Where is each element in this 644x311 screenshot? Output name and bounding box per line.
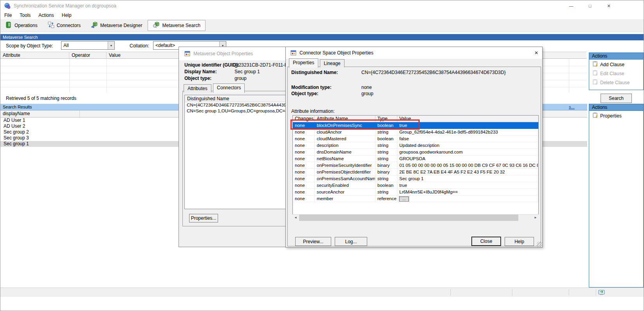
action-item[interactable]: Edit Clause <box>589 69 643 78</box>
attribute-table-hscrollbar[interactable]: ◄ ► <box>292 214 539 221</box>
clause-col-attribute[interactable]: Attribute <box>0 52 69 58</box>
menu-item[interactable]: File <box>0 12 16 19</box>
cs-dialog-title: Connector Space Object Properties <box>299 50 373 56</box>
action-item[interactable]: Delete Clause <box>589 78 643 87</box>
menu-item[interactable]: Actions <box>34 12 58 19</box>
attr-value-cell: ...… <box>397 195 538 202</box>
menu-item[interactable]: Help <box>58 12 76 19</box>
attribute-table-row[interactable]: none member reference ...… <box>293 195 538 202</box>
distinguished-name-column-header[interactable]: Distinguished Name <box>185 95 292 102</box>
attr-name-cell: dnsDomainName <box>315 149 375 156</box>
attr-value-cell: groupsoa.goodworkaround.com… <box>397 149 538 156</box>
clipboard-icon <box>592 61 598 68</box>
log-button[interactable]: Log... <box>335 237 367 246</box>
attribute-table: Changes Attribute Name Type Value none b… <box>292 115 539 221</box>
form-icon <box>184 51 191 58</box>
scrollbar-thumb[interactable] <box>299 215 518 221</box>
attr-changes-cell: none <box>293 156 315 162</box>
help-button[interactable]: Help <box>505 237 534 246</box>
action-item[interactable]: Add Clause <box>589 60 643 69</box>
member-ellipsis-button[interactable]: … <box>399 197 409 202</box>
attr-changes-cell: none <box>293 162 315 169</box>
attr-name-cell: cloudAnchor <box>315 129 375 136</box>
action-item-label: Add Clause <box>600 62 624 67</box>
attr-name-cell: onPremiseSecurityIdentifier <box>315 162 375 169</box>
attribute-table-row[interactable]: none onPremiseSecurityIdentifier binary … <box>293 162 538 169</box>
action-item[interactable]: Properties <box>589 111 643 120</box>
distinguished-name-row[interactable]: CN=Sec group 1,OU=Groups,DC=groupsoa,DC=… <box>185 108 292 114</box>
toolbar-metaverse-search-button[interactable]: Metaverse Search <box>148 20 205 31</box>
cs-dialog-tabs: Properties Lineage <box>289 58 345 68</box>
toolbar-metaverse-designer-label: Metaverse Designer <box>100 23 142 28</box>
attr-value-cell: 2E BE 8C E2 7A EB E4 4F A5 F2 E2 43 F5 F… <box>397 169 538 175</box>
status-separator <box>451 289 451 296</box>
preview-button[interactable]: Preview... <box>295 237 331 246</box>
toolbar-connectors-button[interactable]: Connectors <box>43 20 85 31</box>
distinguished-name-row[interactable]: CN={4C72364D346E727235452B6C38754A443966… <box>185 102 292 108</box>
cs-objecttype-value: group <box>361 91 440 96</box>
toolbar-metaverse-designer-button[interactable]: Metaverse Designer <box>86 20 147 31</box>
connectors-icon <box>48 22 54 29</box>
cs-dn-label: Distinguished Name: <box>291 70 338 75</box>
attribute-table-row[interactable]: none netBiosName string GROUPSOA… <box>293 156 538 162</box>
scroll-right-icon[interactable]: ► <box>532 215 539 221</box>
attr-value-cell: Updated description… <box>397 142 538 149</box>
attr-type-cell: boolean <box>375 136 397 142</box>
maximize-button[interactable]: □ <box>581 0 599 11</box>
attribute-table-row[interactable]: none onPremisesSamAccountName string Sec… <box>293 175 538 182</box>
mv-properties-button[interactable]: Properties... <box>189 214 218 222</box>
mv-displayname-label: Display Name: <box>184 69 217 74</box>
attribute-table-row[interactable]: none onPremisesObjectIdentifier binary 2… <box>293 169 538 175</box>
attr-name-cell: cloudMastered <box>315 136 375 142</box>
retrieved-status-text: Retrieved 5 of 5 matching records <box>6 96 76 101</box>
toolbar-metaverse-search-label: Metaverse Search <box>162 23 200 28</box>
action-item-label: Delete Clause <box>600 80 630 85</box>
mv-dialog-titlebar: Metaverse Object Properties <box>179 47 292 60</box>
results-col-displayname[interactable]: displayName <box>0 110 80 117</box>
clause-col-operator[interactable]: Operator <box>69 52 106 58</box>
attr-value-cell: true… <box>397 182 538 189</box>
tab-lineage[interactable]: Lineage <box>320 59 345 67</box>
cs-dn-value: CN={4C72364D346E727235452B6C38754A443966… <box>361 70 536 75</box>
search-button[interactable]: Search <box>601 94 632 103</box>
close-button[interactable]: ✕ <box>600 0 618 11</box>
attribute-table-row[interactable]: none cloudAnchor string Group_62f954e4-4… <box>293 129 538 136</box>
attr-value-cell: Group_62f954e4-4da2-461e-9df5-d8991842b2… <box>397 129 538 136</box>
attr-changes-cell: none <box>293 189 315 195</box>
clipboard-icon <box>592 79 598 86</box>
attr-name-cell: member <box>315 195 375 202</box>
attr-name-cell: netBiosName <box>315 156 375 162</box>
close-dialog-button[interactable]: Close <box>471 237 501 246</box>
resize-grip[interactable] <box>537 242 542 247</box>
tab-connectors[interactable]: Connectors <box>213 83 245 93</box>
actions-panel-bottom-title: Actions <box>589 104 643 111</box>
chevron-down-icon[interactable]: ▼ <box>108 42 114 49</box>
truncated-link[interactable]: s... <box>569 105 575 109</box>
mv-objecttype-label: Object type: <box>184 76 211 81</box>
toolbar: Operations Connectors Metaverse Designer… <box>0 19 644 32</box>
menu-bar: File Tools Actions Help <box>0 11 644 19</box>
scope-dropdown-value: All <box>61 43 108 48</box>
tab-properties[interactable]: Properties <box>289 58 318 68</box>
actions-panel-bottom: Actions Properties <box>589 104 644 287</box>
attr-type-cell: string <box>375 129 397 136</box>
tab-attributes[interactable]: Attributes <box>184 84 211 92</box>
status-separator <box>512 289 512 296</box>
attribute-table-body: none blockOnPremisesSync boolean true… n… <box>293 122 538 202</box>
attribute-table-row[interactable]: none securityEnabled boolean true… <box>293 182 538 189</box>
metaverse-object-properties-dialog: Metaverse Object Properties Unique ident… <box>179 47 293 247</box>
menu-item[interactable]: Tools <box>16 12 34 19</box>
toolbar-operations-label: Operations <box>14 23 38 28</box>
attribute-table-row[interactable]: none description string Updated descript… <box>293 142 538 149</box>
clause-grid-divider <box>69 59 70 93</box>
attribute-table-row[interactable]: none dnsDomainName string groupsoa.goodw… <box>293 149 538 156</box>
scope-dropdown[interactable]: All ▼ <box>61 41 115 50</box>
scroll-left-icon[interactable]: ◄ <box>292 215 299 221</box>
attribute-table-row[interactable]: none cloudMastered boolean false… <box>293 136 538 142</box>
attribute-table-row[interactable]: none sourceAnchor string Lr6M4nrr5E+I8uJ… <box>293 189 538 195</box>
form-icon <box>290 50 297 57</box>
toolbar-operations-button[interactable]: Operations <box>1 20 42 31</box>
dialog-close-icon[interactable]: ✕ <box>532 49 540 57</box>
minimize-button[interactable]: — <box>562 0 580 11</box>
clause-grid-divider <box>106 59 107 93</box>
